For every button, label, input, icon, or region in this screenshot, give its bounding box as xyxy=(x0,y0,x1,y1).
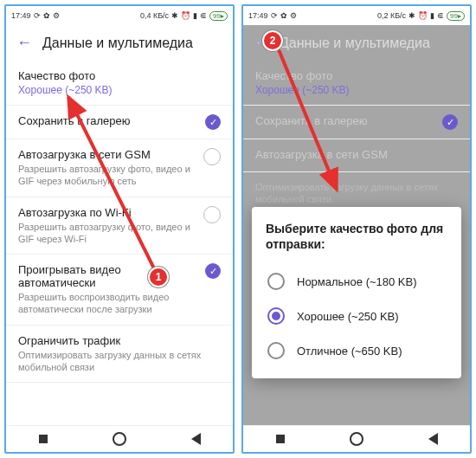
row-photo-quality[interactable]: Качество фото Хорошее (~250 KB) xyxy=(6,61,233,106)
checkbox-off-icon[interactable] xyxy=(203,148,221,165)
checkbox-on-icon[interactable]: ✓ xyxy=(205,114,221,130)
dialog-option-normal[interactable]: Нормальное (~180 KB) xyxy=(266,264,447,299)
row-subtitle: Разрешить автозагрузку фото, видео и GIF… xyxy=(18,221,196,246)
row-value: Хорошее (~250 KB) xyxy=(255,84,458,96)
android-navbar xyxy=(6,425,233,452)
sync-icon: ⟳ xyxy=(271,12,278,20)
status-net: 0,2 КБ/с xyxy=(377,11,406,20)
status-bar: 17:49 ⟳ ✿ ⚙ 0,2 КБ/с ✱ ⏰ ▮ ⋐ 99▸ xyxy=(243,6,470,25)
row-value: Хорошее (~250 KB) xyxy=(18,84,221,96)
row-title: Проигрывать видео автоматически xyxy=(18,263,198,289)
row-subtitle: Разрешить автозагрузку фото, видео и GIF… xyxy=(18,163,196,188)
wifi-icon: ⋐ xyxy=(200,12,207,20)
annotation-badge-2: 2 xyxy=(262,30,283,51)
radio-off-icon[interactable] xyxy=(267,342,285,359)
annotation-badge-1: 1 xyxy=(148,267,169,287)
row-title: Ограничить трафик xyxy=(18,334,221,347)
row-photo-quality: Качество фото Хорошее (~250 KB) xyxy=(243,61,470,106)
dialog-title: Выберите качество фото для отправки: xyxy=(266,221,447,252)
row-subtitle: Оптимизировать загрузку данных в сетях м… xyxy=(18,349,221,374)
back-icon[interactable]: ← xyxy=(16,34,32,52)
row-save-gallery: Сохранить в галерею ✓ xyxy=(243,106,470,139)
checkbox-on-icon: ✓ xyxy=(442,114,458,130)
row-autoplay-video[interactable]: Проигрывать видео автоматически Разрешит… xyxy=(6,255,233,326)
radio-on-icon[interactable] xyxy=(267,307,285,325)
settings-list-dimmed: ← Данные и мультимедиа Качество фото Хор… xyxy=(243,25,470,425)
status-bar: 17:49 ⟳ ✿ ⚙ 0,4 КБ/с ✱ ⏰ ▮ ⋐ 99▸ xyxy=(6,6,233,25)
row-autoload-wifi[interactable]: Автозагрузка по Wi-Fi Разрешить автозагр… xyxy=(6,197,233,255)
checkbox-on-icon[interactable]: ✓ xyxy=(205,263,221,279)
row-title: Качество фото xyxy=(255,69,458,82)
status-time: 17:49 xyxy=(11,11,31,20)
phone-left: 17:49 ⟳ ✿ ⚙ 0,4 КБ/с ✱ ⏰ ▮ ⋐ 99▸ ← Данны… xyxy=(4,4,235,454)
row-save-gallery[interactable]: Сохранить в галерею ✓ xyxy=(6,106,233,139)
alarm-icon: ⏰ xyxy=(181,12,190,20)
nav-back-icon[interactable] xyxy=(428,433,438,445)
row-title: Автозагрузка в сети GSM xyxy=(255,148,458,161)
nav-back-icon[interactable] xyxy=(191,433,201,445)
row-limit-traffic[interactable]: Ограничить трафик Оптимизировать загрузк… xyxy=(6,326,233,384)
dialog-option-good[interactable]: Хорошее (~250 KB) xyxy=(266,299,447,333)
gear2-icon: ⚙ xyxy=(53,12,60,20)
android-navbar xyxy=(243,425,470,452)
row-title: Качество фото xyxy=(18,69,221,82)
gear-icon: ✿ xyxy=(43,12,50,20)
screen-title: Данные и мультимедиа xyxy=(280,35,430,51)
battery-icon: 99▸ xyxy=(447,11,465,21)
row-title: Автозагрузка в сети GSM xyxy=(18,148,196,161)
nav-home-icon[interactable] xyxy=(350,432,363,446)
phone-right: 17:49 ⟳ ✿ ⚙ 0,2 КБ/с ✱ ⏰ ▮ ⋐ 99▸ ← Данны… xyxy=(241,4,472,454)
signal-icon: ▮ xyxy=(430,12,434,20)
settings-list: Качество фото Хорошее (~250 KB) Сохранит… xyxy=(6,61,233,425)
row-subtitle: Оптимизировать загрузку данных в сетях м… xyxy=(255,181,458,206)
gear-icon: ✿ xyxy=(280,12,287,20)
nav-recents-icon[interactable] xyxy=(276,435,285,443)
signal-icon: ▮ xyxy=(193,12,197,20)
row-title: Сохранить в галерею xyxy=(255,114,435,127)
row-title: Автозагрузка по Wi-Fi xyxy=(18,206,196,219)
battery-icon: 99▸ xyxy=(209,11,228,21)
photo-quality-dialog: Выберите качество фото для отправки: Нор… xyxy=(252,207,461,378)
status-time: 17:49 xyxy=(248,11,268,20)
bluetooth-icon: ✱ xyxy=(171,12,178,20)
checkbox-off-icon[interactable] xyxy=(203,206,221,223)
screen-header: ← Данные и мультимедиа xyxy=(6,25,233,61)
row-title: Сохранить в галерею xyxy=(18,114,198,127)
option-label: Хорошее (~250 KB) xyxy=(297,310,399,323)
gear2-icon: ⚙ xyxy=(290,12,297,20)
nav-home-icon[interactable] xyxy=(113,432,126,446)
option-label: Нормальное (~180 KB) xyxy=(297,275,417,288)
row-subtitle: Разрешить воспроизводить видео автоматич… xyxy=(18,291,198,316)
dialog-option-excellent[interactable]: Отличное (~650 KB) xyxy=(266,333,447,368)
screen-title: Данные и мультимедиа xyxy=(42,35,193,51)
row-autoload-gsm[interactable]: Автозагрузка в сети GSM Разрешить автоза… xyxy=(6,139,233,197)
status-net: 0,4 КБ/с xyxy=(140,11,169,20)
alarm-icon: ⏰ xyxy=(418,12,428,20)
bluetooth-icon: ✱ xyxy=(408,12,415,20)
nav-recents-icon[interactable] xyxy=(39,435,48,443)
wifi-icon: ⋐ xyxy=(437,12,444,20)
option-label: Отличное (~650 KB) xyxy=(297,345,402,358)
row-autoload-gsm: Автозагрузка в сети GSM xyxy=(243,139,470,172)
sync-icon: ⟳ xyxy=(34,12,41,20)
radio-off-icon[interactable] xyxy=(267,273,285,290)
